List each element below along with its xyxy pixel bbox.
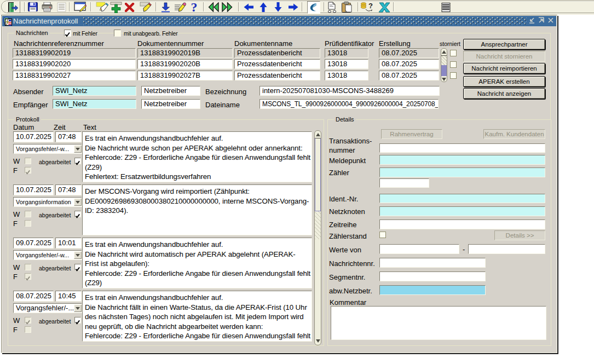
svg-text:?: ? xyxy=(191,1,198,14)
svg-text:?: ? xyxy=(368,2,373,10)
